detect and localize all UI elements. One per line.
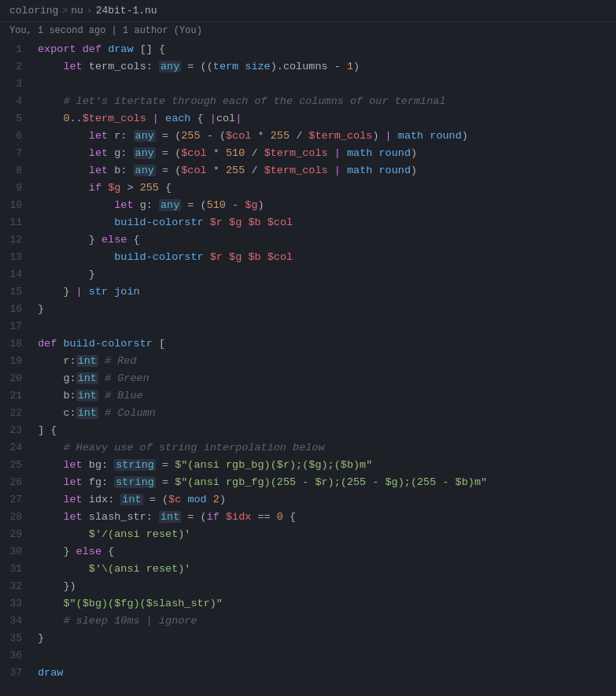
breadcrumb-sep: > [61, 5, 68, 17]
line-7: 7 let g: any = ($col * 510 / $term_cols … [0, 145, 616, 162]
line-33: 33 $"($bg)($fg)($slash_str)" [0, 595, 616, 613]
line-23: 23 ] { [0, 422, 616, 439]
line-2: 2 let term_cols: any = ((term size).colu… [0, 58, 616, 76]
line-26: 26 let fg: string = $"(ansi rgb_fg)(255 … [0, 474, 616, 491]
line-27: 27 let idx: int = ($c mod 2) [0, 491, 616, 509]
line-35: 35 } [0, 630, 616, 647]
code-area: 1 export def draw [] { 2 let term_cols: … [0, 41, 616, 682]
line-20: 20 g:int # Green [0, 370, 616, 387]
line-11: 11 build-colorstr $r $g $b $col [0, 214, 616, 231]
line-36: 36 [0, 647, 616, 665]
line-30: 30 } else { [0, 543, 616, 561]
line-22: 22 c:int # Column [0, 405, 616, 422]
line-17: 17 [0, 318, 616, 335]
git-info: You, 1 second ago | 1 author (You) [0, 22, 616, 41]
line-19: 19 r:int # Red [0, 353, 616, 370]
line-4: 4 # let's itertate through each of the c… [0, 93, 616, 110]
line-24: 24 # Heavy use of string interpolation b… [0, 439, 616, 457]
breadcrumb-filename: 24bit-1.nu [96, 5, 157, 17]
line-32: 32 }) [0, 578, 616, 595]
breadcrumb-sep2: › [87, 5, 93, 17]
line-21: 21 b:int # Blue [0, 387, 616, 405]
line-18: 18 def build-colorstr [ [0, 335, 616, 353]
line-12: 12 } else { [0, 231, 616, 249]
line-6: 6 let r: any = (255 - ($col * 255 / $ter… [0, 128, 616, 145]
line-3: 3 [0, 76, 616, 93]
line-8: 8 let b: any = ($col * 255 / $term_cols … [0, 162, 616, 180]
breadcrumb-nu: nu [71, 5, 83, 17]
line-29: 29 $'/(ansi reset)' [0, 526, 616, 543]
line-14: 14 } [0, 266, 616, 283]
line-10: 10 let g: any = (510 - $g) [0, 197, 616, 214]
line-9: 9 if $g > 255 { [0, 180, 616, 197]
line-31: 31 $'\(ansi reset)' [0, 561, 616, 578]
line-28: 28 let slash_str: int = (if $idx == 0 { [0, 509, 616, 526]
breadcrumb-bar: coloring > nu › 24bit-1.nu [0, 0, 616, 22]
line-37: 37 draw [0, 665, 616, 682]
line-34: 34 # sleep 10ms | ignore [0, 613, 616, 630]
line-25: 25 let bg: string = $"(ansi rgb_bg)($r);… [0, 457, 616, 474]
line-5: 5 0..$term_cols | each { |col| [0, 110, 616, 128]
breadcrumb-folder: coloring [9, 5, 58, 17]
line-16: 16 } [0, 301, 616, 318]
line-13: 13 build-colorstr $r $g $b $col [0, 249, 616, 266]
line-15: 15 } | str join [0, 283, 616, 301]
line-1: 1 export def draw [] { [0, 41, 616, 58]
